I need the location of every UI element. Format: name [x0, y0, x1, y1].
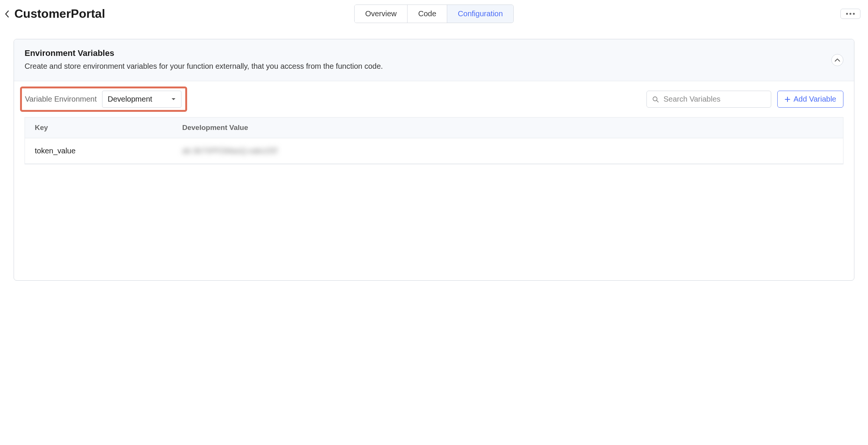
- chevron-up-icon: [834, 58, 840, 62]
- content-area: Environment Variables Create and store e…: [0, 28, 868, 292]
- collapse-button[interactable]: [831, 54, 843, 66]
- panel-header: Environment Variables Create and store e…: [14, 39, 854, 81]
- tab-overview[interactable]: Overview: [355, 5, 408, 23]
- add-variable-button[interactable]: Add Variable: [777, 91, 843, 108]
- column-value: Development Value: [172, 117, 843, 138]
- column-key: Key: [25, 117, 172, 138]
- svg-line-1: [657, 100, 658, 102]
- svg-point-0: [653, 97, 657, 101]
- environment-label: Variable Environment: [25, 95, 97, 104]
- environment-selector-group: Variable Environment Development: [20, 87, 187, 112]
- back-button[interactable]: [3, 8, 11, 20]
- search-input[interactable]: [663, 95, 766, 104]
- plus-icon: [784, 96, 790, 102]
- environment-select[interactable]: Development: [102, 91, 181, 108]
- tab-configuration[interactable]: Configuration: [447, 5, 513, 23]
- cell-value: ab-3k7XPFDMaoQ-oaks1f2f: [172, 138, 843, 164]
- caret-down-icon: [171, 98, 176, 101]
- tabs: Overview Code Configuration: [354, 5, 514, 23]
- search-icon: [652, 96, 659, 103]
- more-actions-button[interactable]: [840, 9, 860, 19]
- cell-key: token_value: [25, 138, 172, 164]
- search-box[interactable]: [646, 91, 771, 108]
- panel-title: Environment Variables: [25, 48, 831, 58]
- tab-code[interactable]: Code: [408, 5, 447, 23]
- ellipsis-icon: [846, 13, 848, 15]
- chevron-left-icon: [5, 9, 10, 19]
- table-header: Key Development Value: [25, 117, 843, 138]
- add-variable-label: Add Variable: [794, 95, 836, 104]
- environment-selected-value: Development: [108, 95, 152, 104]
- toolbar: Variable Environment Development: [14, 81, 854, 117]
- variables-table: Key Development Value token_value ab-3k7…: [25, 117, 843, 164]
- top-bar: CustomerPortal Overview Code Configurati…: [0, 0, 868, 28]
- env-variables-panel: Environment Variables Create and store e…: [14, 39, 854, 281]
- page-title: CustomerPortal: [14, 7, 105, 21]
- table-row[interactable]: token_value ab-3k7XPFDMaoQ-oaks1f2f: [25, 138, 843, 164]
- panel-description: Create and store environment variables f…: [25, 60, 831, 72]
